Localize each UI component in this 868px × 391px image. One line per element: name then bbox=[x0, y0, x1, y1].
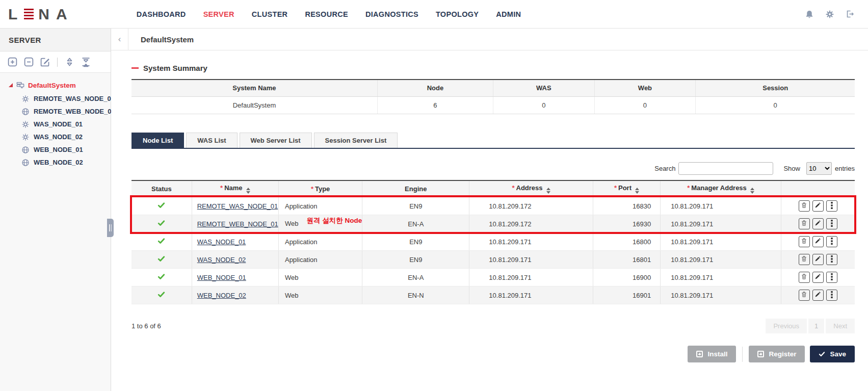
tab-web-server-list[interactable]: Web Server List bbox=[240, 133, 312, 148]
node-port: 16900 bbox=[593, 269, 660, 286]
tab-session-server-list[interactable]: Session Server List bbox=[314, 133, 398, 148]
more-actions-button[interactable] bbox=[826, 272, 837, 283]
delete-node-button[interactable] bbox=[799, 272, 810, 283]
status-ok-icon bbox=[157, 292, 165, 300]
edit-node-button[interactable] bbox=[812, 218, 824, 229]
collapse-all-icon[interactable] bbox=[81, 57, 91, 67]
lena-logo[interactable]: L N A bbox=[8, 6, 70, 23]
table-footer: 1 to 6 of 6 Previous 1 Next bbox=[131, 319, 855, 333]
edit-node-button[interactable] bbox=[812, 254, 824, 265]
sidebar-splitter-handle[interactable] bbox=[107, 219, 114, 237]
previous-page-button[interactable]: Previous bbox=[766, 319, 807, 333]
node-name-link[interactable]: REMOTE_WEB_NODE_01 bbox=[197, 220, 278, 228]
nav-item-dashboard[interactable]: DASHBOARD bbox=[137, 10, 186, 18]
bell-icon[interactable] bbox=[805, 10, 814, 19]
node-manager-address: 10.81.209.171 bbox=[661, 286, 781, 304]
summary-col-node: Node bbox=[377, 80, 493, 96]
expand-all-icon[interactable] bbox=[64, 57, 75, 67]
required-asterisk: * bbox=[512, 184, 514, 192]
logo-letter-a: A bbox=[56, 6, 70, 23]
nav-item-cluster[interactable]: CLUSTER bbox=[252, 10, 288, 18]
nav-item-topology[interactable]: TOPOLOGY bbox=[436, 10, 479, 18]
edit-node-button[interactable] bbox=[812, 272, 824, 283]
web-node-icon bbox=[21, 159, 30, 167]
edit-node-button[interactable] bbox=[812, 290, 824, 301]
delete-node-button[interactable] bbox=[799, 218, 810, 229]
system-icon bbox=[16, 81, 24, 89]
node-address: 10.81.209.171 bbox=[469, 286, 593, 304]
logout-icon[interactable] bbox=[846, 10, 855, 19]
install-button[interactable]: Install bbox=[688, 346, 736, 362]
more-actions-button[interactable] bbox=[826, 254, 837, 265]
delete-node-button[interactable] bbox=[799, 200, 810, 212]
add-square-icon[interactable] bbox=[7, 57, 18, 67]
node-type: Application bbox=[285, 202, 318, 210]
status-cell bbox=[131, 197, 192, 215]
more-actions-button[interactable] bbox=[826, 290, 837, 301]
register-button[interactable]: Register bbox=[749, 346, 805, 362]
edit-icon[interactable] bbox=[40, 57, 50, 67]
page-number-button[interactable]: 1 bbox=[808, 319, 824, 333]
col-header-manager-address[interactable]: *Manager Address bbox=[661, 180, 781, 197]
status-cell bbox=[131, 215, 192, 233]
delete-node-button[interactable] bbox=[799, 236, 810, 247]
pencil-icon bbox=[814, 202, 821, 210]
node-name-link[interactable]: REMOTE_WAS_NODE_01 bbox=[197, 202, 278, 210]
save-button[interactable]: Save bbox=[810, 346, 855, 362]
tree-item-remote-web-node-01[interactable]: REMOTE_WEB_NODE_01 bbox=[2, 105, 109, 118]
col-header-address[interactable]: *Address bbox=[469, 180, 593, 197]
tree-item-label: WAS_NODE_02 bbox=[34, 133, 83, 141]
app-body: SERVER Def bbox=[0, 29, 868, 391]
tab-was-list[interactable]: WAS List bbox=[186, 133, 237, 148]
more-actions-button[interactable] bbox=[826, 236, 837, 247]
node-address: 10.81.209.171 bbox=[469, 233, 593, 251]
nav-item-resource[interactable]: RESOURCE bbox=[305, 10, 348, 18]
section-collapse-icon[interactable] bbox=[131, 67, 139, 69]
tree-item-remote-was-node-01[interactable]: REMOTE_WAS_NODE_01 bbox=[2, 92, 109, 105]
page-title: DefaultSystem bbox=[128, 29, 194, 50]
plus-icon bbox=[696, 351, 703, 357]
tree-root-defaultsystem[interactable]: DefaultSystem bbox=[2, 79, 109, 92]
tab-node-list[interactable]: Node List bbox=[131, 133, 184, 148]
summary-col-was: WAS bbox=[493, 80, 594, 96]
node-engine: EN-N bbox=[362, 286, 469, 304]
page-size-select[interactable]: 10 bbox=[806, 162, 832, 175]
nav-item-server[interactable]: SERVER bbox=[203, 10, 234, 18]
entries-label: entries bbox=[835, 165, 855, 172]
gear-icon[interactable] bbox=[825, 10, 834, 19]
delete-node-button[interactable] bbox=[799, 254, 810, 265]
node-name-link[interactable]: WEB_NODE_01 bbox=[197, 274, 246, 281]
search-input[interactable] bbox=[678, 162, 773, 175]
web-node-icon bbox=[21, 146, 30, 154]
status-ok-icon bbox=[157, 221, 165, 228]
content-area: System Summary System NameNodeWASWebSess… bbox=[111, 50, 868, 362]
col-header-port[interactable]: *Port bbox=[593, 180, 660, 197]
more-actions-button[interactable] bbox=[826, 218, 837, 229]
delete-node-button[interactable] bbox=[799, 290, 810, 301]
col-header-type: *Type bbox=[278, 180, 362, 197]
sidebar-toolbar bbox=[0, 51, 111, 73]
node-list-table: Status*Name*TypeEngine*Address*Port*Mana… bbox=[131, 180, 855, 305]
nav-item-admin[interactable]: ADMIN bbox=[496, 10, 521, 18]
edit-node-button[interactable] bbox=[812, 236, 824, 247]
node-name-link[interactable]: WAS_NODE_02 bbox=[197, 256, 246, 264]
top-bar: L N A DASHBOARDSERVERCLUSTERRESOURCEDIAG… bbox=[0, 0, 868, 29]
col-header-name[interactable]: *Name bbox=[192, 180, 278, 197]
next-page-button[interactable]: Next bbox=[826, 319, 855, 333]
node-name-link[interactable]: WEB_NODE_02 bbox=[197, 292, 246, 299]
server-sidebar: SERVER Def bbox=[0, 29, 111, 391]
remove-square-icon[interactable] bbox=[23, 57, 34, 67]
tree-item-was-node-02[interactable]: WAS_NODE_02 bbox=[2, 131, 109, 143]
node-name-link[interactable]: WAS_NODE_01 bbox=[197, 238, 246, 246]
edit-node-button[interactable] bbox=[812, 200, 824, 212]
tree-item-was-node-01[interactable]: WAS_NODE_01 bbox=[2, 118, 109, 131]
collapse-panel-button[interactable]: ‹ bbox=[111, 29, 128, 50]
nav-item-diagnostics[interactable]: DIAGNOSTICS bbox=[365, 10, 418, 18]
tree-item-web-node-01[interactable]: WEB_NODE_01 bbox=[2, 143, 109, 156]
system-summary-section-header: System Summary bbox=[131, 64, 855, 72]
table-controls: Search Show 10 entries bbox=[131, 162, 855, 175]
node-row-was-node-02: WAS_NODE_02ApplicationEN910.81.209.17116… bbox=[131, 251, 855, 269]
tree-item-web-node-02[interactable]: WEB_NODE_02 bbox=[2, 156, 109, 169]
tree-expand-caret-icon[interactable] bbox=[9, 83, 13, 87]
more-actions-button[interactable] bbox=[826, 200, 837, 212]
